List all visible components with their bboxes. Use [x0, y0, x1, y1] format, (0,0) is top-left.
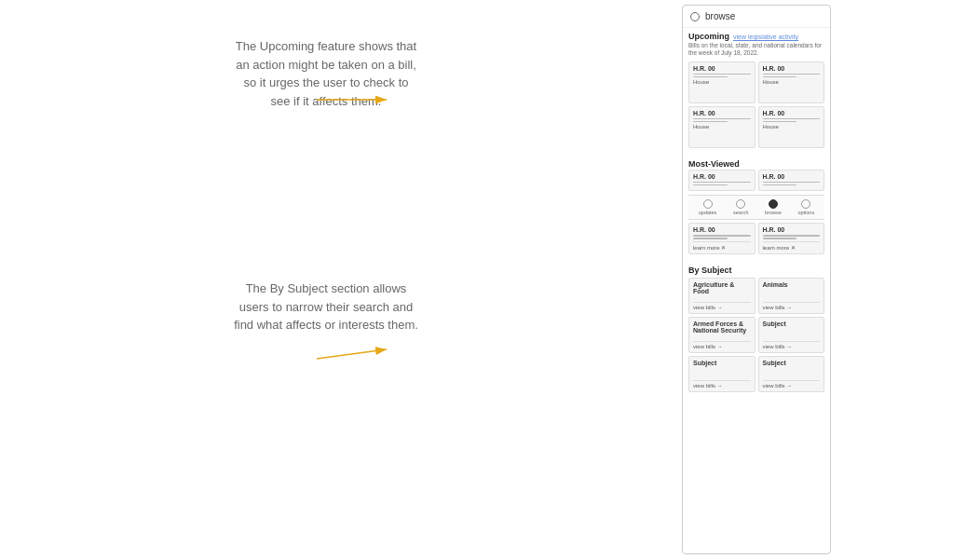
most-viewed-header-row: Most-Viewed — [688, 159, 824, 169]
by-subject-section: By Subject Agriculture & Food view bills… — [683, 262, 830, 396]
most-viewed-title: Most-Viewed — [688, 159, 740, 169]
bill-line — [693, 76, 728, 78]
bill-line — [693, 238, 728, 239]
bill-line — [693, 74, 751, 75]
subject-name: Animals — [763, 281, 821, 300]
annotation-by-subject: The By Subject section allows users to n… — [233, 280, 419, 334]
browse-title: browse — [705, 11, 735, 21]
view-bills-link[interactable]: view bills → — [693, 380, 751, 389]
bill-line — [763, 74, 821, 75]
annotation-upcoming-text: The Upcoming feature shows that an actio… — [236, 39, 416, 108]
nav-browse[interactable]: browse — [765, 199, 782, 215]
bill-number: H.R. 00 — [693, 110, 751, 116]
nav-browse-label: browse — [765, 210, 782, 215]
browse-radio[interactable] — [690, 12, 700, 21]
bill-number: H.R. 00 — [763, 65, 821, 72]
subject-animals[interactable]: Animals view bills → — [758, 278, 825, 314]
browse-header: browse — [683, 6, 830, 28]
subject-name: Armed Forces & National Security — [693, 320, 751, 339]
bill-number: H.R. 00 — [763, 226, 821, 233]
by-subject-header-row: By Subject — [688, 266, 824, 275]
subject-name: Subject — [763, 320, 821, 339]
nav-options-label: options — [797, 210, 814, 215]
mv-bill-3[interactable]: H.R. 00 learn more ✕ — [688, 223, 755, 254]
bill-number: H.R. 00 — [763, 173, 821, 180]
bill-line — [763, 76, 797, 78]
search-icon — [736, 199, 745, 209]
subject-name: Subject — [693, 360, 751, 378]
bill-line — [763, 238, 797, 239]
mv-bill-2[interactable]: H.R. 00 — [758, 170, 825, 192]
subject-5[interactable]: Subject view bills → — [688, 356, 755, 392]
bill-number: H.R. 00 — [693, 226, 751, 233]
learn-more-link[interactable]: learn more ✕ — [763, 241, 821, 251]
upcoming-link[interactable]: view legislative activity — [733, 34, 798, 40]
view-bills-link[interactable]: view bills → — [763, 380, 821, 389]
most-viewed-bills-grid: H.R. 00 H.R. 00 — [688, 170, 824, 192]
subject-4[interactable]: Subject view bills → — [758, 317, 825, 353]
nav-options[interactable]: options — [797, 199, 814, 215]
nav-updates-label: updates — [699, 210, 717, 215]
bottom-nav: updates search browse options — [688, 195, 824, 220]
view-bills-link[interactable]: view bills → — [693, 341, 751, 349]
options-icon — [801, 199, 810, 209]
upcoming-bill-3[interactable]: H.R. 00 House — [688, 106, 755, 148]
bill-line — [693, 121, 728, 123]
phone-panel: browse Upcoming view legislative activit… — [533, 0, 980, 559]
bill-number: H.R. 00 — [693, 65, 751, 72]
nav-updates[interactable]: updates — [699, 199, 717, 215]
bill-number: H.R. 00 — [693, 173, 751, 180]
subject-agriculture[interactable]: Agriculture & Food view bills → — [688, 278, 755, 314]
bill-line — [693, 184, 728, 186]
upcoming-header-row: Upcoming view legislative activity — [688, 32, 824, 41]
subject-name: Subject — [763, 360, 821, 378]
browse-icon — [769, 199, 778, 209]
annotations-area: The Upcoming feature shows that an actio… — [0, 0, 531, 559]
upcoming-subtitle: Bills on the local, state, and national … — [688, 42, 824, 58]
upcoming-bill-4[interactable]: H.R. 00 House — [758, 106, 825, 148]
annotation-by-subject-text: The By Subject section allows users to n… — [234, 281, 418, 332]
most-viewed-bills-grid-2: H.R. 00 learn more ✕ H.R. 00 learn more … — [688, 223, 824, 254]
svg-line-3 — [317, 349, 387, 359]
subject-6[interactable]: Subject view bills → — [758, 356, 825, 392]
bill-label: House — [763, 79, 821, 85]
bill-line — [693, 182, 751, 184]
updates-icon — [703, 199, 713, 209]
bill-label: House — [763, 124, 821, 130]
subject-name: Agriculture & Food — [693, 281, 751, 300]
upcoming-title: Upcoming — [688, 32, 729, 41]
nav-search-label: search — [733, 210, 749, 215]
bill-line — [693, 118, 751, 120]
view-bills-link[interactable]: view bills → — [763, 302, 821, 310]
bill-line — [693, 235, 751, 237]
subject-grid: Agriculture & Food view bills → Animals … — [688, 278, 824, 392]
upcoming-bill-1[interactable]: H.R. 00 House — [688, 61, 755, 103]
annotation-upcoming: The Upcoming feature shows that an actio… — [233, 37, 419, 110]
view-bills-link[interactable]: view bills → — [763, 341, 821, 349]
phone-screen[interactable]: browse Upcoming view legislative activit… — [682, 5, 831, 554]
bill-line — [763, 235, 821, 237]
mv-bill-4[interactable]: H.R. 00 learn more ✕ — [758, 223, 825, 254]
bill-number: H.R. 00 — [763, 110, 821, 116]
most-viewed-section: Most-Viewed H.R. 00 H.R. 00 — [683, 156, 830, 262]
by-subject-title: By Subject — [688, 266, 732, 275]
bill-line — [763, 121, 797, 123]
learn-more-link[interactable]: learn more ✕ — [693, 241, 751, 251]
view-bills-link[interactable]: view bills → — [693, 302, 751, 310]
bill-line — [763, 182, 821, 184]
bill-label: House — [693, 124, 751, 130]
upcoming-bills-grid: H.R. 00 House H.R. 00 House — [688, 61, 824, 148]
mv-bill-1[interactable]: H.R. 00 — [688, 170, 755, 192]
nav-search[interactable]: search — [733, 199, 749, 215]
subject-armed-forces[interactable]: Armed Forces & National Security view bi… — [688, 317, 755, 353]
bill-line — [763, 184, 797, 186]
upcoming-section: Upcoming view legislative activity Bills… — [683, 28, 830, 156]
upcoming-bill-2[interactable]: H.R. 00 House — [758, 61, 825, 103]
bill-line — [763, 118, 821, 120]
bill-label: House — [693, 79, 751, 85]
